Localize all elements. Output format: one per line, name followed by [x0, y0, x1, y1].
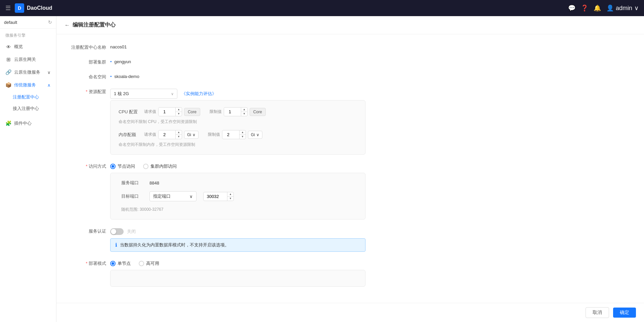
resource-row: 1 核 2G ∨ 《实例能力评估》 — [110, 89, 366, 99]
mem-limit-input-box[interactable]: ▲ ▼ — [222, 130, 246, 139]
service-port-row: 服务端口 8848 — [121, 180, 354, 186]
back-button[interactable]: ← — [65, 22, 70, 28]
auth-toggle-row: 关闭 — [110, 228, 366, 235]
cpu-request-up[interactable]: ▲ — [176, 108, 182, 112]
connect-registry-label: 接入注册中心 — [13, 106, 39, 112]
cpu-mem-config-box: CPU 配置 请求值 ▲ ▼ — [110, 100, 366, 155]
mem-request-unit-select[interactable]: Gi ∨ — [184, 131, 199, 139]
confirm-button[interactable]: 确定 — [613, 308, 636, 318]
registry-label: 注册配置中心 — [13, 94, 39, 100]
deploy-ha-option[interactable]: 高可用 — [139, 260, 159, 267]
deploy-ha-radio[interactable] — [139, 261, 144, 266]
user-icon: 👤 — [606, 4, 614, 12]
sidebar-group-traditional-ms[interactable]: 📦 传统微服务 ∧ — [0, 79, 56, 91]
username: admin — [616, 5, 632, 12]
namespace-selector[interactable]: default ↻ — [0, 16, 56, 29]
access-mode-label: 访问方式 — [70, 161, 110, 169]
target-port-input-box[interactable]: ▲ ▼ — [203, 192, 234, 201]
cpu-request-label: 请求值 — [144, 109, 156, 115]
resource-config-label: 资源配置 — [70, 87, 110, 95]
mem-limit-unit-arrow: ∨ — [256, 132, 259, 137]
cpu-limit-input-box[interactable]: ▲ ▼ — [224, 107, 248, 116]
target-port-down[interactable]: ▼ — [227, 197, 233, 201]
sidebar-item-plugin[interactable]: 🧩 插件中心 — [0, 117, 56, 130]
refresh-icon[interactable]: ↻ — [48, 19, 52, 25]
target-port-type-value: 指定端口 — [153, 193, 171, 199]
mem-limit-label: 限制值 — [208, 132, 220, 137]
mem-request-down[interactable]: ▼ — [176, 135, 182, 139]
access-node-radio[interactable] — [110, 164, 116, 169]
target-port-spinner[interactable]: ▲ ▼ — [227, 192, 233, 201]
page-header: ← 编辑注册配置中心 — [56, 16, 644, 34]
mem-request-up[interactable]: ▲ — [176, 130, 182, 135]
cpu-limit-down[interactable]: ▼ — [241, 112, 247, 116]
cpu-request-input[interactable] — [159, 108, 175, 116]
topnav-right: 💬 ❓ 🔔 👤 admin ∨ — [568, 4, 639, 12]
target-port-up[interactable]: ▲ — [227, 192, 233, 197]
plugin-icon: 🧩 — [5, 120, 11, 126]
mem-limit-down[interactable]: ▼ — [240, 135, 246, 139]
mem-request-input-box[interactable]: ▲ ▼ — [158, 130, 182, 139]
sidebar-sub-item-connect-registry[interactable]: 接入注册中心 — [0, 103, 56, 114]
mem-limit-up[interactable]: ▲ — [240, 130, 246, 135]
instance-eval-link[interactable]: 《实例能力评估》 — [181, 91, 216, 97]
mem-limit-unit-select[interactable]: Gi ∨ — [248, 131, 262, 139]
mem-request-spinner[interactable]: ▲ ▼ — [175, 130, 182, 139]
sidebar-item-cloud-gateway[interactable]: ⊞ 云原生网关 — [0, 53, 56, 66]
deploy-cluster-row-val: • gengyun — [110, 57, 366, 64]
cpu-request-down[interactable]: ▼ — [176, 112, 182, 116]
menu-icon[interactable]: ☰ — [5, 4, 11, 12]
access-cluster-radio[interactable] — [143, 164, 148, 169]
form-content: 注册配置中心名称 nacos01 部署集群 • gengyun 命名空间 • — [56, 34, 644, 303]
select-arrow-icon: ∨ — [171, 92, 174, 96]
access-node-option[interactable]: 节点访问 — [110, 163, 135, 169]
resource-config-select-value: 1 核 2G — [114, 91, 129, 97]
target-port-row: 目标端口 指定端口 ∨ ▲ ▼ — [121, 191, 354, 201]
mem-request-input[interactable] — [159, 131, 175, 138]
namespace-row: 命名空间 • skoala-demo — [70, 72, 366, 80]
message-icon[interactable]: 💬 — [568, 4, 575, 12]
user-chevron-icon: ∨ — [634, 4, 639, 12]
chevron-up-icon: ∧ — [47, 83, 51, 88]
cpu-limit-input[interactable] — [224, 108, 241, 116]
cpu-limit-spinner[interactable]: ▲ ▼ — [241, 108, 247, 116]
layout: default ↻ 微服务引擎 👁 概览 ⊞ 云原生网关 🔗 云原生微服务 ∨ … — [0, 16, 644, 322]
gateway-icon: ⊞ — [5, 56, 11, 63]
service-auth-label: 服务认证 — [70, 226, 110, 234]
mem-limit-input[interactable] — [222, 131, 239, 138]
sidebar-label-traditional-ms: 传统微服务 — [14, 82, 36, 88]
resource-config-select[interactable]: 1 核 2G ∨ — [110, 89, 177, 99]
sidebar-item-overview[interactable]: 👁 概览 — [0, 40, 56, 53]
access-mode-radio-group: 节点访问 集群内部访问 — [110, 163, 366, 169]
cpu-limit-up[interactable]: ▲ — [241, 108, 247, 112]
cpu-request-input-box[interactable]: ▲ ▼ — [158, 107, 182, 116]
deploy-single-option[interactable]: 单节点 — [110, 260, 131, 267]
page-title: 编辑注册配置中心 — [73, 22, 116, 29]
chevron-down-icon: ∨ — [47, 70, 51, 75]
help-icon[interactable]: ❓ — [581, 4, 588, 12]
deploy-mode-radio-group: 单节点 高可用 — [110, 260, 366, 267]
namespace-label: 命名空间 — [70, 72, 110, 80]
bell-icon[interactable]: 🔔 — [594, 4, 601, 12]
sidebar-group-cloud-microservice[interactable]: 🔗 云原生微服务 ∨ — [0, 66, 56, 79]
cancel-button[interactable]: 取消 — [586, 307, 609, 318]
mem-limit-group: 限制值 ▲ ▼ Gi — [208, 130, 262, 139]
access-cluster-option[interactable]: 集群内部访问 — [143, 163, 177, 169]
service-auth-status: 关闭 — [127, 229, 136, 235]
deploy-single-radio[interactable] — [110, 261, 116, 266]
target-port-input[interactable] — [204, 193, 227, 200]
resource-config-content: 1 核 2G ∨ 《实例能力评估》 CPU 配置 请求值 — [110, 87, 366, 155]
user-menu[interactable]: 👤 admin ∨ — [606, 4, 639, 12]
sidebar-group-left: 🔗 云原生微服务 — [5, 69, 40, 75]
topnav: ☰ D DaoCloud 💬 ❓ 🔔 👤 admin ∨ — [0, 0, 644, 16]
mem-request-unit-value: Gi — [187, 132, 191, 137]
sidebar-sub-item-registry[interactable]: 注册配置中心 — [0, 91, 56, 103]
access-node-label: 节点访问 — [118, 163, 135, 169]
registry-name-value: nacos01 — [110, 42, 366, 49]
target-port-type-select[interactable]: 指定端口 ∨ — [149, 191, 197, 201]
mem-limit-spinner[interactable]: ▲ ▼ — [239, 130, 246, 139]
cpu-request-spinner[interactable]: ▲ ▼ — [175, 108, 182, 116]
deploy-cluster-row: 部署集群 • gengyun — [70, 57, 366, 65]
service-auth-toggle[interactable] — [110, 228, 124, 235]
cpu-request-group: 请求值 ▲ ▼ Core — [144, 107, 200, 116]
